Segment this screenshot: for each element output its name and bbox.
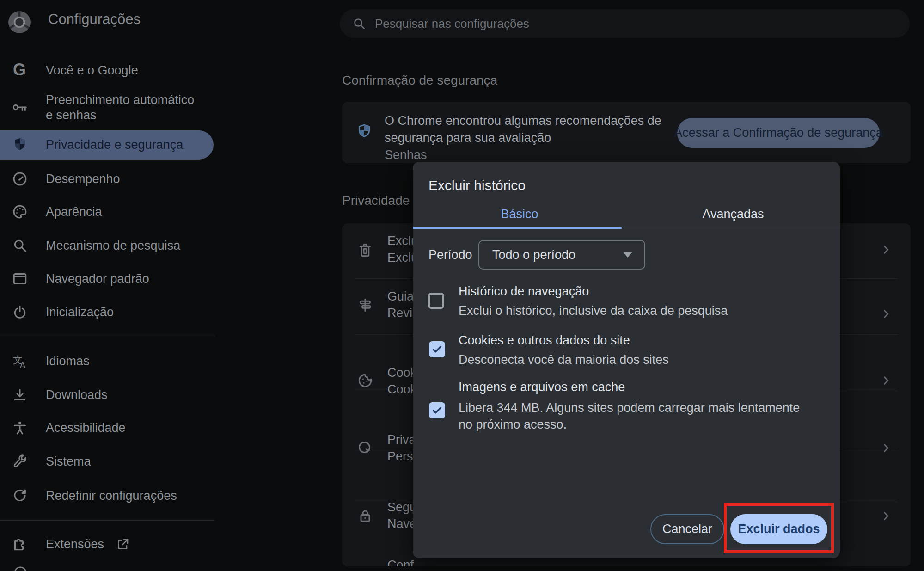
sidebar-item-extensoes[interactable]: Extensões	[0, 528, 214, 561]
chevron-right-icon	[879, 307, 893, 323]
tab-active-underline	[413, 227, 622, 229]
checkbox-title: Imagens e arquivos em cache	[459, 380, 625, 394]
power-icon	[12, 304, 28, 322]
sidebar-item-downloads[interactable]: Downloads	[0, 378, 214, 411]
checkbox-subtitle: Libera 344 MB. Alguns sites podem carreg…	[459, 399, 805, 433]
checkbox-title: Histórico de navegação	[459, 284, 589, 299]
cancel-button[interactable]: Cancelar	[650, 514, 724, 544]
svg-text:A: A	[20, 361, 25, 369]
sidebar-item-mecanismo[interactable]: Mecanismo de pesquisa	[0, 229, 214, 262]
key-icon	[12, 99, 28, 117]
security-card: O Chrome encontrou algumas recomendações…	[342, 102, 911, 163]
sidebar: Configurações G Você e o Google Preenchi…	[0, 0, 215, 571]
checkbox-row-cache[interactable]: Imagens e arquivos em cache Libera 344 M…	[413, 380, 840, 440]
sidebar-item-sistema[interactable]: Sistema	[0, 445, 214, 478]
tab-avancadas[interactable]: Avançadas	[626, 207, 840, 228]
period-dropdown-value: Todo o período	[492, 248, 623, 262]
browser-icon	[12, 270, 28, 289]
dialog-title: Excluir histórico	[428, 178, 526, 193]
checkbox-unchecked[interactable]	[428, 293, 444, 309]
sidebar-item-redefinir[interactable]: Redefinir configurações	[0, 479, 214, 512]
period-dropdown[interactable]: Todo o período	[478, 240, 645, 270]
checkbox-checked[interactable]	[429, 341, 445, 357]
sidebar-item-voce-e-o-google[interactable]: G Você e o Google	[0, 54, 214, 87]
period-label: Período	[428, 248, 472, 262]
checkbox-subtitle: Exclui o histórico, inclusive da caixa d…	[459, 304, 728, 318]
reset-icon	[12, 487, 28, 506]
sidebar-item-preenchimento[interactable]: Preenchimento automático e senhas	[0, 91, 214, 124]
sidebar-item-inicializacao[interactable]: Inicialização	[0, 295, 214, 329]
checkbox-checked[interactable]	[429, 402, 445, 418]
sidebar-item-idiomas[interactable]: 文 A Idiomas	[0, 344, 214, 378]
google-g-icon: G	[13, 60, 26, 80]
signpost-icon	[357, 297, 373, 315]
checkbox-subtitle: Desconecta você da maioria dos sites	[459, 353, 669, 367]
accessibility-icon	[12, 419, 28, 438]
security-checkup-button[interactable]: Acessar a Confirmação de segurança	[677, 118, 880, 148]
chrome-logo-icon	[7, 10, 31, 36]
checkbox-row-historico[interactable]: Histórico de navegação Exclui o históric…	[413, 284, 840, 328]
sidebar-item-acessibilidade[interactable]: Acessibilidade	[0, 411, 214, 444]
sidebar-divider	[0, 520, 215, 521]
chevron-right-icon	[879, 243, 893, 258]
sidebar-item-aparencia[interactable]: Aparência	[0, 195, 214, 228]
chrome-settings-window: Configurações G Você e o Google Preenchi…	[0, 0, 924, 571]
puzzle-icon	[12, 536, 28, 554]
security-card-subtitle: Senhas	[385, 147, 661, 164]
settings-search-bar[interactable]	[340, 9, 910, 38]
shield-half-icon	[356, 123, 373, 141]
sidebar-item-privacidade[interactable]: Privacidade e segurança	[0, 130, 214, 160]
speedometer-icon	[12, 171, 28, 189]
chevron-right-icon	[879, 374, 893, 389]
tab-basico[interactable]: Básico	[413, 207, 626, 228]
search-icon	[12, 237, 28, 256]
download-icon	[12, 387, 28, 405]
settings-title: Configurações	[48, 11, 141, 28]
checkbox-row-cookies[interactable]: Cookies e outros dados do site Desconect…	[413, 333, 840, 377]
security-card-text: O Chrome encontrou algumas recomendações…	[385, 112, 661, 164]
search-icon	[352, 16, 367, 31]
highlight-rectangle	[724, 503, 834, 553]
checkbox-title: Cookies e outros dados do site	[459, 333, 630, 348]
shield-icon	[12, 136, 28, 155]
trash-icon	[357, 241, 373, 260]
sidebar-item-navegador[interactable]: Navegador padrão	[0, 262, 214, 295]
info-icon	[12, 565, 28, 571]
chevron-down-icon	[623, 252, 632, 258]
sidebar-divider	[0, 336, 215, 336]
external-link-icon[interactable]	[116, 537, 130, 553]
sidebar-item-desempenho[interactable]: Desempenho	[0, 162, 214, 196]
palette-icon	[12, 203, 28, 222]
cookie-icon	[357, 372, 373, 391]
translate-icon: 文 A	[12, 353, 28, 371]
clear-browsing-data-dialog: Excluir histórico Básico Avançadas Perío…	[413, 162, 840, 558]
wrench-icon	[12, 453, 28, 472]
search-input[interactable]	[374, 16, 910, 31]
security-section-title: Confirmação de segurança	[342, 73, 497, 88]
